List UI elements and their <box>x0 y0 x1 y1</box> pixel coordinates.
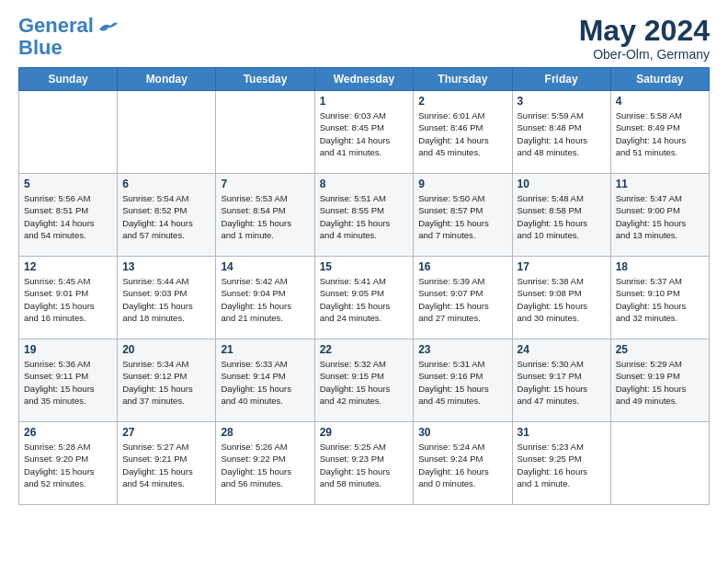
calendar-cell: 11Sunrise: 5:47 AMSunset: 9:00 PMDayligh… <box>610 174 709 257</box>
day-number: 24 <box>518 343 606 356</box>
day-number: 16 <box>418 260 506 273</box>
day-number: 31 <box>518 426 606 439</box>
calendar-cell: 2Sunrise: 6:01 AMSunset: 8:46 PMDaylight… <box>414 91 512 174</box>
calendar-cell: 7Sunrise: 5:53 AMSunset: 8:54 PMDaylight… <box>216 174 314 257</box>
day-info: Sunrise: 5:34 AMSunset: 9:12 PMDaylight:… <box>122 358 210 407</box>
day-number: 2 <box>418 95 506 108</box>
calendar-cell: 20Sunrise: 5:34 AMSunset: 9:12 PMDayligh… <box>118 339 216 422</box>
day-number: 26 <box>24 426 112 439</box>
day-number: 7 <box>221 178 309 190</box>
calendar-cell: 19Sunrise: 5:36 AMSunset: 9:11 PMDayligh… <box>19 339 118 422</box>
weekday-header-row: Sunday Monday Tuesday Wednesday Thursday… <box>19 68 710 91</box>
calendar-cell: 21Sunrise: 5:33 AMSunset: 9:14 PMDayligh… <box>216 339 314 422</box>
calendar-table: Sunday Monday Tuesday Wednesday Thursday… <box>18 67 710 505</box>
day-info: Sunrise: 5:28 AMSunset: 9:20 PMDaylight:… <box>24 441 112 489</box>
day-info: Sunrise: 5:32 AMSunset: 9:15 PMDaylight:… <box>320 358 409 407</box>
calendar-cell <box>19 91 118 174</box>
day-info: Sunrise: 5:48 AMSunset: 8:58 PMDaylight:… <box>518 192 606 241</box>
day-info: Sunrise: 5:24 AMSunset: 9:24 PMDaylight:… <box>418 441 506 489</box>
calendar-week-4: 19Sunrise: 5:36 AMSunset: 9:11 PMDayligh… <box>19 339 710 422</box>
calendar-cell: 28Sunrise: 5:26 AMSunset: 9:22 PMDayligh… <box>216 422 314 505</box>
day-info: Sunrise: 5:58 AMSunset: 8:49 PMDaylight:… <box>616 109 704 158</box>
day-number: 14 <box>221 260 309 273</box>
month-year: May 2024 <box>579 15 710 47</box>
calendar-week-2: 5Sunrise: 5:56 AMSunset: 8:51 PMDaylight… <box>19 174 710 257</box>
calendar-cell: 17Sunrise: 5:38 AMSunset: 9:08 PMDayligh… <box>512 257 610 339</box>
day-number: 11 <box>616 178 704 190</box>
location: Ober-Olm, Germany <box>579 47 710 62</box>
day-info: Sunrise: 6:03 AMSunset: 8:45 PMDaylight:… <box>320 109 409 158</box>
day-info: Sunrise: 5:30 AMSunset: 9:17 PMDaylight:… <box>518 358 606 407</box>
calendar-cell: 6Sunrise: 5:54 AMSunset: 8:52 PMDaylight… <box>118 174 216 257</box>
calendar-week-1: 1Sunrise: 6:03 AMSunset: 8:45 PMDaylight… <box>19 91 710 174</box>
day-number: 4 <box>616 95 704 108</box>
logo-general: General <box>18 14 94 37</box>
calendar-cell: 9Sunrise: 5:50 AMSunset: 8:57 PMDaylight… <box>414 174 512 257</box>
calendar-cell <box>118 91 216 174</box>
calendar-cell: 24Sunrise: 5:30 AMSunset: 9:17 PMDayligh… <box>512 339 610 422</box>
header: General Blue May 2024 Ober-Olm, Germany <box>18 15 710 62</box>
calendar-cell: 8Sunrise: 5:51 AMSunset: 8:55 PMDaylight… <box>314 174 414 257</box>
day-info: Sunrise: 5:51 AMSunset: 8:55 PMDaylight:… <box>320 192 409 241</box>
day-number: 5 <box>24 178 112 190</box>
day-info: Sunrise: 5:37 AMSunset: 9:10 PMDaylight:… <box>616 275 704 324</box>
day-info: Sunrise: 5:44 AMSunset: 9:03 PMDaylight:… <box>122 275 210 324</box>
day-info: Sunrise: 5:56 AMSunset: 8:51 PMDaylight:… <box>24 192 112 241</box>
day-number: 1 <box>320 95 409 108</box>
calendar-cell: 12Sunrise: 5:45 AMSunset: 9:01 PMDayligh… <box>19 257 118 339</box>
weekday-tuesday: Tuesday <box>216 68 314 91</box>
logo-bird-icon <box>97 20 118 37</box>
day-info: Sunrise: 5:23 AMSunset: 9:25 PMDaylight:… <box>518 441 606 489</box>
calendar-cell: 14Sunrise: 5:42 AMSunset: 9:04 PMDayligh… <box>216 257 314 339</box>
day-info: Sunrise: 5:50 AMSunset: 8:57 PMDaylight:… <box>418 192 506 241</box>
day-number: 8 <box>320 178 409 190</box>
weekday-friday: Friday <box>512 68 610 91</box>
calendar-cell: 26Sunrise: 5:28 AMSunset: 9:20 PMDayligh… <box>19 422 118 505</box>
day-info: Sunrise: 6:01 AMSunset: 8:46 PMDaylight:… <box>418 109 506 158</box>
logo-blue: Blue <box>18 36 63 59</box>
calendar-cell: 30Sunrise: 5:24 AMSunset: 9:24 PMDayligh… <box>414 422 512 505</box>
calendar-cell <box>610 422 709 505</box>
weekday-monday: Monday <box>118 68 216 91</box>
page: General Blue May 2024 Ober-Olm, Germany … <box>0 0 728 523</box>
calendar-cell: 23Sunrise: 5:31 AMSunset: 9:16 PMDayligh… <box>414 339 512 422</box>
calendar-cell: 16Sunrise: 5:39 AMSunset: 9:07 PMDayligh… <box>414 257 512 339</box>
day-number: 3 <box>518 95 606 108</box>
weekday-sunday: Sunday <box>19 68 118 91</box>
day-info: Sunrise: 5:27 AMSunset: 9:21 PMDaylight:… <box>122 441 210 489</box>
day-number: 17 <box>518 260 606 273</box>
calendar-cell: 10Sunrise: 5:48 AMSunset: 8:58 PMDayligh… <box>512 174 610 257</box>
day-info: Sunrise: 5:26 AMSunset: 9:22 PMDaylight:… <box>221 441 309 489</box>
day-number: 13 <box>122 260 210 273</box>
day-info: Sunrise: 5:33 AMSunset: 9:14 PMDaylight:… <box>221 358 309 407</box>
day-info: Sunrise: 5:25 AMSunset: 9:23 PMDaylight:… <box>320 441 409 489</box>
calendar-cell: 5Sunrise: 5:56 AMSunset: 8:51 PMDaylight… <box>19 174 118 257</box>
calendar-cell: 25Sunrise: 5:29 AMSunset: 9:19 PMDayligh… <box>610 339 709 422</box>
day-info: Sunrise: 5:42 AMSunset: 9:04 PMDaylight:… <box>221 275 309 324</box>
day-number: 27 <box>122 426 210 439</box>
day-info: Sunrise: 5:38 AMSunset: 9:08 PMDaylight:… <box>518 275 606 324</box>
day-number: 12 <box>24 260 112 273</box>
calendar-cell: 18Sunrise: 5:37 AMSunset: 9:10 PMDayligh… <box>610 257 709 339</box>
day-number: 29 <box>320 426 409 439</box>
calendar-cell: 22Sunrise: 5:32 AMSunset: 9:15 PMDayligh… <box>314 339 414 422</box>
day-info: Sunrise: 5:47 AMSunset: 9:00 PMDaylight:… <box>616 192 704 241</box>
day-number: 20 <box>122 343 210 356</box>
calendar-cell <box>216 91 314 174</box>
calendar-cell: 29Sunrise: 5:25 AMSunset: 9:23 PMDayligh… <box>314 422 414 505</box>
logo: General Blue <box>18 15 118 59</box>
weekday-wednesday: Wednesday <box>314 68 414 91</box>
day-number: 28 <box>221 426 309 439</box>
calendar-week-5: 26Sunrise: 5:28 AMSunset: 9:20 PMDayligh… <box>19 422 710 505</box>
day-info: Sunrise: 5:53 AMSunset: 8:54 PMDaylight:… <box>221 192 309 241</box>
weekday-saturday: Saturday <box>610 68 709 91</box>
day-info: Sunrise: 5:45 AMSunset: 9:01 PMDaylight:… <box>24 275 112 324</box>
day-number: 22 <box>320 343 409 356</box>
weekday-thursday: Thursday <box>414 68 512 91</box>
calendar-cell: 27Sunrise: 5:27 AMSunset: 9:21 PMDayligh… <box>118 422 216 505</box>
day-info: Sunrise: 5:36 AMSunset: 9:11 PMDaylight:… <box>24 358 112 407</box>
calendar-cell: 13Sunrise: 5:44 AMSunset: 9:03 PMDayligh… <box>118 257 216 339</box>
day-number: 9 <box>418 178 506 190</box>
calendar-cell: 4Sunrise: 5:58 AMSunset: 8:49 PMDaylight… <box>610 91 709 174</box>
day-info: Sunrise: 5:59 AMSunset: 8:48 PMDaylight:… <box>518 109 606 158</box>
